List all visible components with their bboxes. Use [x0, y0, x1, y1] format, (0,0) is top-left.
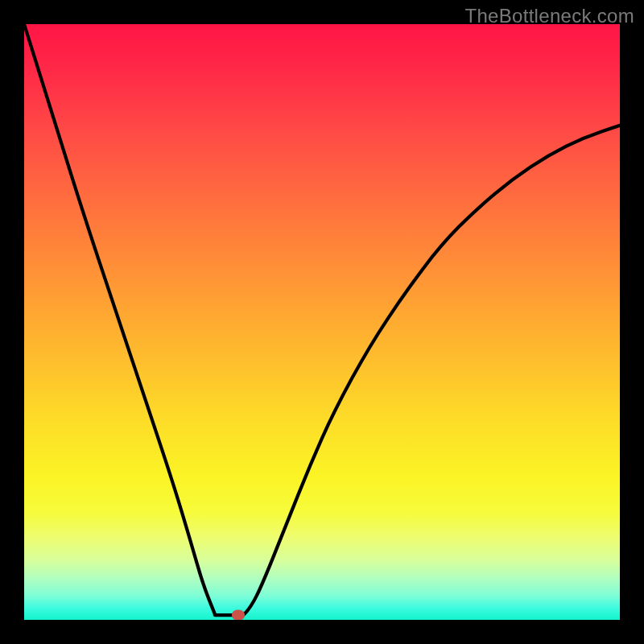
watermark-label: TheBottleneck.com [464, 5, 634, 27]
chart-frame: TheBottleneck.com [0, 0, 644, 644]
bottleneck-curve [24, 24, 620, 620]
optimal-point-marker [232, 610, 245, 620]
plot-area [24, 24, 620, 620]
